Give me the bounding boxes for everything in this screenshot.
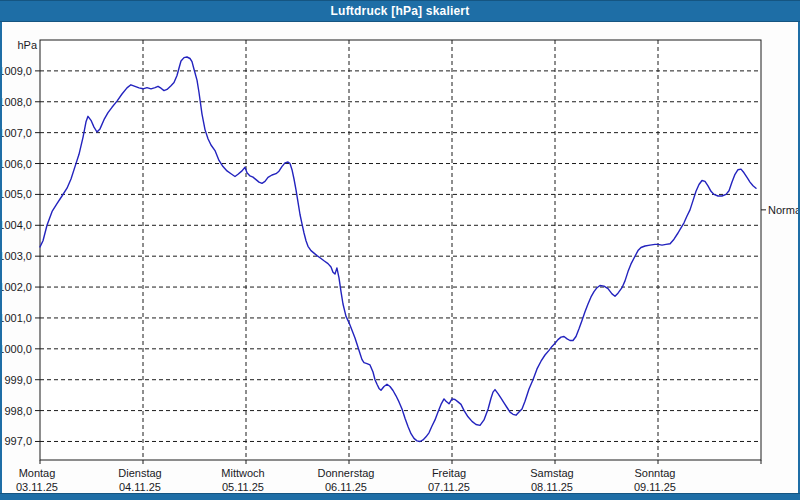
day-date-label: 05.11.25 bbox=[222, 481, 264, 493]
app-window: Luftdruck [hPa] skaliert 997,0998,0999,0… bbox=[0, 0, 800, 500]
y-tick-label: 1008,0 bbox=[0, 96, 32, 108]
day-name-label: Donnerstag bbox=[318, 467, 375, 479]
y-tick-label: 1007,0 bbox=[0, 127, 32, 139]
day-name-label: Dienstag bbox=[118, 467, 161, 479]
y-tick-label: 1002,0 bbox=[0, 281, 32, 293]
y-tick-label: 1001,0 bbox=[0, 312, 32, 324]
y-tick-label: 1009,0 bbox=[0, 65, 32, 77]
y-tick-label: 998,0 bbox=[4, 405, 32, 417]
day-name-label: Mittwoch bbox=[221, 467, 264, 479]
window-border-left bbox=[0, 22, 2, 500]
y-tick-label: 1005,0 bbox=[0, 188, 32, 200]
day-name-label: Sonntag bbox=[635, 467, 676, 479]
day-date-label: 08.11.25 bbox=[531, 481, 573, 493]
y-tick-label: 999,0 bbox=[4, 374, 32, 386]
window-title: Luftdruck [hPa] skaliert bbox=[331, 4, 470, 18]
day-name-label: Freitag bbox=[432, 467, 466, 479]
day-name-label: Samstag bbox=[530, 467, 573, 479]
y-axis-unit-label: hPa bbox=[17, 39, 37, 51]
title-bar: Luftdruck [hPa] skaliert bbox=[0, 0, 800, 22]
normal-label: Normal bbox=[768, 204, 800, 216]
day-date-label: 03.11.25 bbox=[16, 481, 58, 493]
day-name-label: Montag bbox=[19, 467, 56, 479]
plot-area bbox=[40, 40, 761, 460]
y-tick-label: 997,0 bbox=[4, 435, 32, 447]
y-tick-label: 1004,0 bbox=[0, 219, 32, 231]
day-date-label: 09.11.25 bbox=[634, 481, 676, 493]
day-date-label: 04.11.25 bbox=[119, 481, 161, 493]
y-tick-label: 1000,0 bbox=[0, 343, 32, 355]
pressure-chart-svg: 997,0998,0999,01000,01001,01002,01003,01… bbox=[0, 0, 800, 500]
y-tick-label: 1006,0 bbox=[0, 158, 32, 170]
window-bottom-bar bbox=[0, 493, 800, 500]
day-date-label: 06.11.25 bbox=[325, 481, 367, 493]
day-date-label: 07.11.25 bbox=[428, 481, 470, 493]
y-tick-label: 1003,0 bbox=[0, 250, 32, 262]
